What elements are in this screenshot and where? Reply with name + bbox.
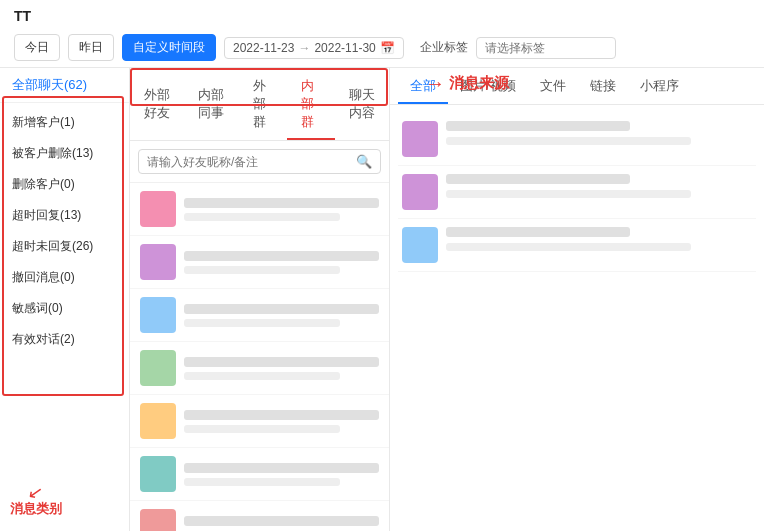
category-item-3[interactable]: 超时回复(13) [0,200,129,231]
chat-list-item[interactable] [130,183,389,236]
date-start: 2022-11-23 [233,41,294,55]
category-item-6[interactable]: 敏感词(0) [0,293,129,324]
chat-info [184,516,379,532]
chat-list-item[interactable] [130,289,389,342]
content-item [398,113,756,166]
chat-info [184,463,379,486]
middle-tab-3[interactable]: 内部群 [287,68,335,140]
chat-list-item[interactable] [130,448,389,501]
chat-preview [184,319,340,327]
content-msg [446,227,752,251]
chat-info [184,357,379,380]
calendar-icon: 📅 [380,41,395,55]
today-button[interactable]: 今日 [14,34,60,61]
middle-tab-2[interactable]: 外部群 [239,68,287,140]
middle-tab-1[interactable]: 内部同事 [184,77,238,131]
chat-list-item[interactable] [130,236,389,289]
chat-preview [184,266,340,274]
search-wrap: 🔍 [138,149,381,174]
content-tab-2[interactable]: 文件 [528,68,578,104]
content-avatar [402,174,438,210]
category-list: 新增客户(1)被客户删除(13)删除客户(0)超时回复(13)超时未回复(26)… [0,103,129,359]
msg-source-annotation: → 消息来源 [425,72,509,95]
chat-list-item[interactable] [130,501,389,531]
content-name-bar [446,227,630,237]
avatar [140,350,176,386]
chat-list [130,183,389,531]
search-bar: 🔍 [130,141,389,183]
content-item [398,219,756,272]
content-avatar [402,227,438,263]
avatar [140,191,176,227]
chat-preview [184,425,340,433]
content-item [398,166,756,219]
main-layout: 全部聊天(62) 新增客户(1)被客户删除(13)删除客户(0)超时回复(13)… [0,68,764,531]
avatar [140,456,176,492]
middle-tab-bar: 外部好友内部同事外部群内部群聊天内容 → 消息来源 [130,68,389,141]
msg-source-arrow-icon: → [425,72,445,95]
middle-tab-0[interactable]: 外部好友 [130,77,184,131]
tag-input[interactable] [476,37,616,59]
chat-name [184,516,379,526]
content-name-bar [446,174,630,184]
category-item-2[interactable]: 删除客户(0) [0,169,129,200]
content-msg [446,121,752,145]
content-avatar [402,121,438,157]
chat-name [184,251,379,261]
content-msg [446,174,752,198]
content-name-bar [446,121,630,131]
left-sidebar: 全部聊天(62) 新增客户(1)被客户删除(13)删除客户(0)超时回复(13)… [0,68,130,531]
chat-list-item[interactable] [130,395,389,448]
category-item-1[interactable]: 被客户删除(13) [0,138,129,169]
chat-preview [184,478,340,486]
chat-name [184,304,379,314]
date-end: 2022-11-30 [314,41,375,55]
avatar [140,244,176,280]
date-range-picker[interactable]: 2022-11-23 → 2022-11-30 📅 [224,37,404,59]
avatar [140,403,176,439]
chat-preview [184,372,340,380]
middle-panel: 外部好友内部同事外部群内部群聊天内容 → 消息来源 🔍 [130,68,390,531]
category-item-0[interactable]: 新增客户(1) [0,107,129,138]
content-text-bar [446,137,691,145]
content-area [390,105,764,531]
chat-list-item[interactable] [130,342,389,395]
all-chat-header[interactable]: 全部聊天(62) [0,68,129,103]
toolbar: 今日 昨日 自定义时间段 2022-11-23 → 2022-11-30 📅 企… [0,28,764,68]
chat-preview [184,213,340,221]
avatar [140,509,176,531]
chat-name [184,410,379,420]
custom-period-button[interactable]: 自定义时间段 [122,34,216,61]
chat-name [184,357,379,367]
content-tab-4[interactable]: 小程序 [628,68,691,104]
chat-name [184,463,379,473]
chat-name [184,198,379,208]
category-item-5[interactable]: 撤回消息(0) [0,262,129,293]
content-text-bar [446,190,691,198]
chat-info [184,251,379,274]
category-item-7[interactable]: 有效对话(2) [0,324,129,355]
yesterday-button[interactable]: 昨日 [68,34,114,61]
middle-tab-4[interactable]: 聊天内容 [335,77,389,131]
chat-info [184,410,379,433]
avatar [140,297,176,333]
category-item-4[interactable]: 超时未回复(26) [0,231,129,262]
category-annotation-label: 消息类别 [10,500,62,518]
chat-info [184,198,379,221]
content-tab-3[interactable]: 链接 [578,68,628,104]
right-panel: 全部图片/视频文件链接小程序 [390,68,764,531]
date-arrow-icon: → [298,41,310,55]
content-text-bar [446,243,691,251]
chat-info [184,304,379,327]
app-title: TT [0,0,764,28]
search-icon: 🔍 [356,154,372,169]
enterprise-label: 企业标签 [420,39,468,56]
msg-source-label: 消息来源 [449,74,509,93]
search-input[interactable] [147,155,352,169]
